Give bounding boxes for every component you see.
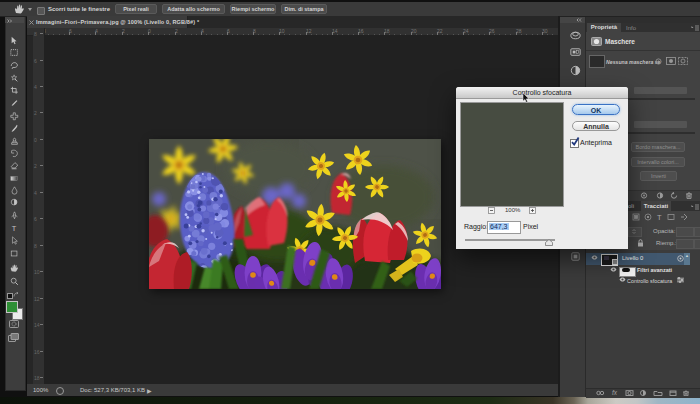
svg-text:T: T [12,224,17,233]
svg-text:fx: fx [612,390,618,396]
svg-text:T: T [657,213,662,221]
